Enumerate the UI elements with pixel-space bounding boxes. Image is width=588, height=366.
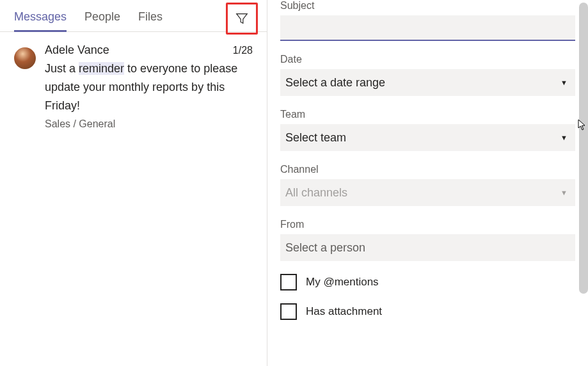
date-select[interactable]: Select a date range ▼ <box>280 69 575 96</box>
message-text-prefix: Just a <box>45 62 79 75</box>
channel-select-value: All channels <box>285 186 347 200</box>
subject-label: Subject <box>280 0 575 12</box>
tab-files[interactable]: Files <box>138 6 163 31</box>
filter-panel: Subject Date Select a date range ▼ Team … <box>267 0 588 366</box>
from-input[interactable] <box>280 234 575 261</box>
attachment-checkbox[interactable] <box>280 303 297 320</box>
filter-button-highlight <box>226 3 258 35</box>
team-label: Team <box>280 109 575 120</box>
attachment-label: Has attachment <box>306 305 382 318</box>
search-tabs: Messages People Files <box>0 4 267 32</box>
channel-select: All channels ▼ <box>280 179 575 206</box>
mentions-label: My @mentions <box>306 276 379 289</box>
message-sender: Adele Vance <box>45 44 109 57</box>
chevron-down-icon: ▼ <box>560 134 568 141</box>
message-text: Just a reminder to everyone to please up… <box>45 60 253 115</box>
mentions-checkbox[interactable] <box>280 274 297 290</box>
chevron-down-icon: ▼ <box>560 79 568 86</box>
scrollbar[interactable] <box>579 3 588 294</box>
avatar <box>14 47 36 69</box>
channel-label: Channel <box>280 164 575 175</box>
from-label: From <box>280 219 575 230</box>
tab-people[interactable]: People <box>84 6 120 31</box>
filter-button[interactable] <box>232 8 252 29</box>
team-select[interactable]: Select team ▼ <box>280 124 575 151</box>
message-item[interactable]: Adele Vance 1/28 Just a reminder to ever… <box>0 32 267 130</box>
subject-input[interactable] <box>280 15 575 41</box>
filter-icon <box>235 12 249 26</box>
message-date: 1/28 <box>233 45 253 56</box>
message-highlight: reminder <box>79 62 124 75</box>
team-select-value: Select team <box>285 131 346 145</box>
chevron-down-icon: ▼ <box>560 189 568 196</box>
date-label: Date <box>280 54 575 65</box>
message-location: Sales / General <box>45 118 253 130</box>
tab-messages[interactable]: Messages <box>14 6 67 31</box>
date-select-value: Select a date range <box>285 76 385 90</box>
